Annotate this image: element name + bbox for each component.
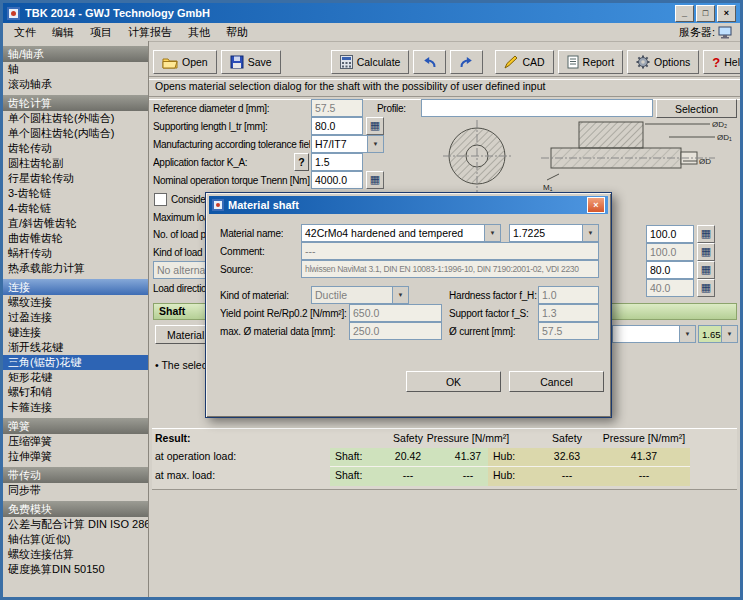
sidebar-item-14[interactable]: 热承载能力计算 xyxy=(3,261,148,276)
sidebar-item-22[interactable]: 螺钉和销 xyxy=(3,385,148,400)
cancel-button[interactable]: Cancel xyxy=(509,371,604,392)
application-factor-help-button[interactable]: ? xyxy=(294,153,309,171)
sidebar-item-4[interactable]: 单个圆柱齿轮(外啮合) xyxy=(3,111,148,126)
help-button[interactable]: ? Help xyxy=(703,50,740,74)
sidebar-item-8[interactable]: 行星齿轮传动 xyxy=(3,171,148,186)
material-name-select[interactable]: 42CrMo4 hardened and tempered ▼ xyxy=(301,224,501,242)
kind-of-material-value: Ductile xyxy=(312,289,392,301)
sidebar-item-28[interactable]: 同步带 xyxy=(3,483,148,498)
dropdown-arrow-icon[interactable]: ▼ xyxy=(484,225,500,241)
dropdown-arrow-icon[interactable]: ▼ xyxy=(367,136,383,152)
sidebar-item-18[interactable]: 键连接 xyxy=(3,325,148,340)
dropdown-arrow-icon[interactable]: ▼ xyxy=(679,326,695,342)
sidebar-group-29: 免费模块 xyxy=(3,501,148,517)
results-row-separator xyxy=(330,466,690,467)
sidebar-item-21[interactable]: 矩形花键 xyxy=(3,370,148,385)
dropdown-arrow-icon[interactable]: ▼ xyxy=(721,326,737,342)
sidebar-item-5[interactable]: 单个圆柱齿轮(内啮合) xyxy=(3,126,148,141)
material-number-value: 1.6580 xyxy=(699,329,721,340)
options-button[interactable]: Options xyxy=(627,50,699,74)
alternating-load-select[interactable]: No alternati xyxy=(153,261,207,279)
sidebar-item-32[interactable]: 螺纹连接估算 xyxy=(3,547,148,562)
calculate-button[interactable]: Calculate xyxy=(331,50,410,74)
sidebar-item-25[interactable]: 压缩弹簧 xyxy=(3,434,148,449)
sidebar-item-19[interactable]: 渐开线花键 xyxy=(3,340,148,355)
minimize-button[interactable]: _ xyxy=(675,5,694,22)
consider-checkbox[interactable] xyxy=(154,193,167,206)
material-number-select[interactable]: 1.7225 ▼ xyxy=(509,224,599,242)
supporting-length-field[interactable]: 80.0 xyxy=(311,117,363,135)
sidebar-item-17[interactable]: 过盈连接 xyxy=(3,310,148,325)
material-name-label: Material name: xyxy=(220,226,283,242)
calculator-icon xyxy=(340,55,353,69)
tolerance-select[interactable]: H7/IT7 ▼ xyxy=(311,135,384,153)
load-value-field-3[interactable]: 80.0 xyxy=(646,261,694,279)
sidebar-item-9[interactable]: 3-齿轮链 xyxy=(3,186,148,201)
sidebar-item-6[interactable]: 齿轮传动 xyxy=(3,141,148,156)
results-panel: Result: Safety Pressure [N/mm²] Safety P… xyxy=(152,428,737,490)
material-number-select[interactable]: 1.6580 ▼ xyxy=(698,325,738,343)
dialog-close-button[interactable]: × xyxy=(587,197,605,213)
dialog-titlebar: Material shaft × xyxy=(209,196,608,214)
maximize-button[interactable]: □ xyxy=(696,5,715,22)
menu-report[interactable]: 计算报告 xyxy=(120,24,180,40)
sidebar-item-20[interactable]: 三角(锯齿)花键 xyxy=(3,355,148,370)
sidebar-item-13[interactable]: 蜗杆传动 xyxy=(3,246,148,261)
sidebar-item-31[interactable]: 轴估算(近似) xyxy=(3,532,148,547)
kind-of-material-select: Ductile ▼ xyxy=(311,286,409,304)
alternating-load-value: No alternati xyxy=(154,264,206,276)
titlebar: TBK 2014 - GWJ Technology GmbH _ □ × xyxy=(3,3,740,23)
application-factor-field[interactable]: 1.5 xyxy=(311,153,363,171)
sidebar-group-24: 弹簧 xyxy=(3,418,148,434)
sidebar-item-2[interactable]: 滚动轴承 xyxy=(3,77,148,92)
close-button[interactable]: × xyxy=(717,5,736,22)
sidebar-item-33[interactable]: 硬度换算DIN 50150 xyxy=(3,562,148,577)
open-button[interactable]: Open xyxy=(153,50,217,74)
ok-button[interactable]: OK xyxy=(406,371,501,392)
menu-project[interactable]: 项目 xyxy=(82,24,120,40)
load-value-calculator-1[interactable]: ▦ xyxy=(697,225,715,243)
supporting-length-calculator-button[interactable]: ▦ xyxy=(366,117,384,135)
shaft-material-select[interactable]: ▼ xyxy=(612,325,696,343)
sidebar-item-30[interactable]: 公差与配合计算 DIN ISO 286 xyxy=(3,517,148,532)
torque-field[interactable]: 4000.0 xyxy=(311,171,363,189)
sidebar-item-7[interactable]: 圆柱齿轮副 xyxy=(3,156,148,171)
cad-button[interactable]: CAD xyxy=(495,50,553,74)
menubar: 文件 编辑 项目 计算报告 其他 帮助 服务器: xyxy=(3,23,740,42)
sidebar-item-10[interactable]: 4-齿轮链 xyxy=(3,201,148,216)
menu-edit[interactable]: 编辑 xyxy=(44,24,82,40)
report-button[interactable]: Report xyxy=(558,50,624,74)
sidebar-item-11[interactable]: 直/斜齿锥齿轮 xyxy=(3,216,148,231)
hardness-factor-field: 1.0 xyxy=(538,286,599,304)
hardness-factor-label: Hardness factor f_H: xyxy=(449,288,537,304)
dimension-label-d1: ØD₁ xyxy=(717,133,732,142)
sidebar-item-23[interactable]: 卡箍连接 xyxy=(3,400,148,415)
sidebar-item-1[interactable]: 轴 xyxy=(3,62,148,77)
status-info-text: Opens material selection dialog for the … xyxy=(155,80,736,92)
save-button[interactable]: Save xyxy=(221,50,281,74)
hub-pressure-max: --- xyxy=(599,469,689,481)
hub-label: Hub: xyxy=(493,450,515,462)
results-header-pressure-shaft: Pressure [N/mm²] xyxy=(423,432,513,444)
dropdown-arrow-icon[interactable]: ▼ xyxy=(582,225,598,241)
load-value-calculator-4[interactable]: ▦ xyxy=(697,279,715,297)
load-value-field-1[interactable]: 100.0 xyxy=(646,225,694,243)
undo-button[interactable] xyxy=(413,50,446,74)
menu-file[interactable]: 文件 xyxy=(6,24,44,40)
sidebar-item-16[interactable]: 螺纹连接 xyxy=(3,295,148,310)
tolerance-value: H7/IT7 xyxy=(312,138,367,150)
dialog-icon xyxy=(212,199,224,211)
server-icon[interactable] xyxy=(718,26,737,39)
load-value-calculator-2[interactable]: ▦ xyxy=(697,243,715,261)
sidebar-item-26[interactable]: 拉伸弹簧 xyxy=(3,449,148,464)
menu-other[interactable]: 其他 xyxy=(180,24,218,40)
load-value-calculator-3[interactable]: ▦ xyxy=(697,261,715,279)
torque-calculator-button[interactable]: ▦ xyxy=(366,171,384,189)
redo-button[interactable] xyxy=(450,50,483,74)
material-name-value: 42CrMo4 hardened and tempered xyxy=(302,227,484,239)
sidebar-group-27: 带传动 xyxy=(3,467,148,483)
sidebar-item-12[interactable]: 曲齿锥齿轮 xyxy=(3,231,148,246)
menu-help[interactable]: 帮助 xyxy=(218,24,256,40)
hub-pressure-operation: 41.37 xyxy=(599,450,689,462)
source-field: hlwissen NaviMat 3.1, DIN EN 10083-1:199… xyxy=(301,260,599,278)
